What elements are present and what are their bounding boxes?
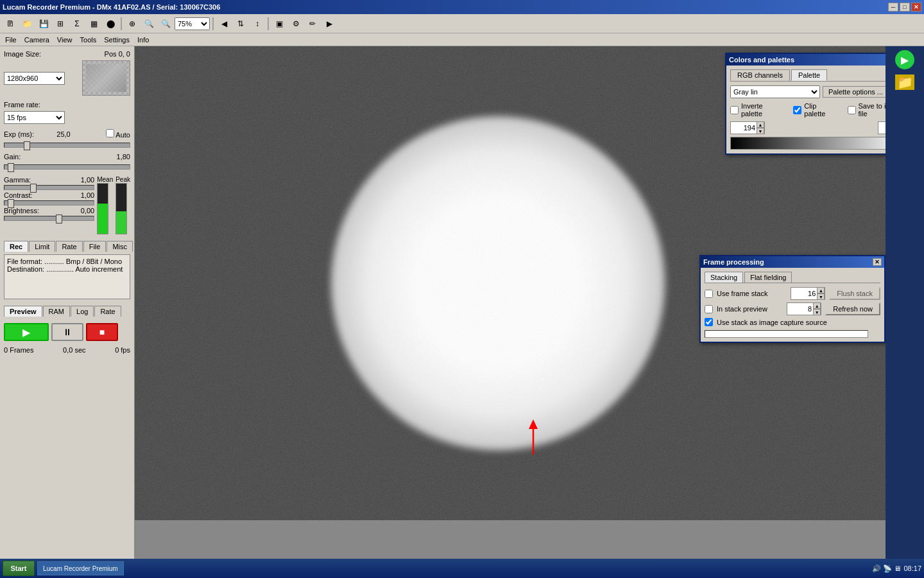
play-button[interactable]: ▶: [4, 323, 49, 341]
tab-file[interactable]: File: [83, 241, 107, 252]
tab-rate[interactable]: Rate: [94, 306, 121, 317]
stack-spin-down[interactable]: ▼: [817, 293, 825, 300]
clip-palette-checkbox[interactable]: [793, 106, 801, 114]
min-value-input[interactable]: [731, 122, 757, 134]
tab-rgb-channels[interactable]: RGB channels: [730, 69, 790, 81]
image-size-select[interactable]: 1280x960: [4, 72, 65, 85]
gamma-slider[interactable]: [4, 185, 94, 190]
mean-meter: [97, 183, 108, 234]
contrast-thumb[interactable]: [8, 199, 14, 208]
minimize-button[interactable]: ─: [888, 3, 898, 12]
min-spin-down[interactable]: ▼: [757, 128, 764, 134]
min-spinbox[interactable]: ▲ ▼: [730, 121, 765, 134]
flip-h-button[interactable]: ↕: [250, 16, 265, 31]
cross-button[interactable]: ⊕: [124, 16, 140, 31]
pause-button[interactable]: ⏸: [51, 323, 83, 341]
preview-value-input[interactable]: [787, 303, 813, 315]
zoom-out-button[interactable]: 🔍: [158, 16, 173, 31]
taskbar-app-lucam[interactable]: Lucam Recorder Premium: [37, 561, 124, 575]
preview-spin-up[interactable]: ▲: [813, 302, 821, 309]
exp-row: Exp (ms): 25,0 Auto: [4, 129, 130, 139]
frame-processing-close[interactable]: ✕: [873, 258, 882, 266]
menu-view[interactable]: View: [53, 35, 76, 45]
palette-options-button[interactable]: Palette options ...: [823, 86, 889, 98]
right-chrome-panel: ▶ 📁: [886, 46, 924, 559]
min-spin-up[interactable]: ▲: [757, 121, 764, 128]
open-button[interactable]: 📁: [19, 16, 35, 31]
in-stack-preview-checkbox[interactable]: [705, 305, 713, 313]
brightness-slider[interactable]: [4, 216, 94, 221]
expand-button[interactable]: ▶: [321, 16, 337, 31]
taskbar-right: 🔊 📡 🖥 08:17: [872, 565, 921, 573]
save-to-image-checkbox[interactable]: [848, 106, 856, 114]
gain-value: 1,80: [117, 153, 130, 161]
control-buttons-row: ▶ ⏸ ■: [4, 323, 130, 341]
auto-label: Auto: [106, 129, 130, 139]
rec-panel-content: File format: .......... Bmp / 8Bit / Mon…: [4, 254, 130, 299]
stack-value-input[interactable]: [791, 288, 817, 299]
flip-button[interactable]: ⇅: [233, 16, 248, 31]
separator-2: [212, 17, 214, 30]
grid-button[interactable]: ⊞: [53, 16, 68, 31]
tab-preview[interactable]: Preview: [4, 306, 42, 317]
tab-stacking[interactable]: Stacking: [705, 272, 743, 283]
crop-button[interactable]: ▣: [271, 16, 287, 31]
menu-file[interactable]: File: [1, 35, 21, 45]
menu-settings[interactable]: Settings: [100, 35, 133, 45]
arrow-button[interactable]: ▶: [895, 50, 914, 69]
prev-button[interactable]: ◀: [216, 16, 232, 31]
stack-spinbox[interactable]: ▲ ▼: [791, 287, 825, 300]
tab-palette[interactable]: Palette: [791, 69, 827, 81]
maximize-button[interactable]: □: [900, 3, 910, 12]
frame-rate-select[interactable]: 15 fps: [4, 111, 65, 124]
layout-button[interactable]: ▦: [86, 16, 101, 31]
gain-thumb[interactable]: [8, 163, 14, 172]
refresh-now-button[interactable]: Refresh now: [825, 302, 880, 315]
sum-button[interactable]: Σ: [69, 16, 85, 31]
record-button[interactable]: ⬤: [103, 16, 118, 31]
peak-col: Peak: [116, 176, 130, 234]
menu-info[interactable]: Info: [133, 35, 153, 45]
exp-value: 25,0: [56, 130, 70, 138]
gain-slider[interactable]: [4, 164, 130, 170]
zoom-in-button[interactable]: 🔍: [141, 16, 157, 31]
pencil-button[interactable]: ✏: [305, 16, 320, 31]
use-frame-stack-checkbox[interactable]: [705, 290, 713, 298]
exp-thumb[interactable]: [24, 141, 30, 150]
stop-button[interactable]: ■: [86, 323, 118, 341]
tab-rec[interactable]: Rec: [4, 241, 28, 252]
use-frame-stack-label: Use frame stack: [717, 290, 767, 297]
exp-slider[interactable]: [4, 143, 130, 148]
save-button[interactable]: 💾: [36, 16, 51, 31]
tab-ram[interactable]: RAM: [43, 306, 70, 317]
preview-spin-down[interactable]: ▼: [813, 309, 821, 315]
stack-spin-up[interactable]: ▲: [817, 287, 825, 293]
tab-log[interactable]: Log: [71, 306, 94, 317]
invert-palette-checkbox[interactable]: [730, 106, 739, 114]
tool-button[interactable]: ⚙: [288, 16, 304, 31]
use-stack-capture-checkbox[interactable]: [705, 318, 713, 326]
zoom-select[interactable]: 75%: [175, 17, 210, 30]
contrast-slider[interactable]: [4, 200, 94, 206]
title-bar: Lucam Recorder Premium - DMx 41AF02.AS /…: [0, 0, 924, 14]
start-button[interactable]: Start: [3, 561, 35, 576]
flush-stack-button[interactable]: Flush stack: [829, 287, 880, 300]
menu-camera[interactable]: Camera: [21, 35, 53, 45]
clock: 08:17: [903, 565, 921, 572]
preview-spinbox[interactable]: ▲ ▼: [787, 302, 821, 315]
new-button[interactable]: 🖹: [3, 16, 18, 31]
window-title: Lucam Recorder Premium - DMx 41AF02.AS /…: [3, 3, 220, 11]
tab-misc[interactable]: Misc: [107, 241, 133, 252]
gamma-thumb[interactable]: [30, 184, 37, 193]
brightness-thumb[interactable]: [56, 215, 62, 223]
folder-icon[interactable]: 📁: [895, 74, 914, 90]
close-button[interactable]: ✕: [911, 3, 921, 12]
palette-dropdown[interactable]: Gray lin: [730, 85, 820, 98]
gamma-col: Gamma: 1,00 Contrast: 1,00 Brightness: 0…: [4, 176, 94, 222]
menu-tools[interactable]: Tools: [76, 35, 101, 45]
auto-checkbox[interactable]: [106, 129, 114, 137]
tab-rate[interactable]: Rate: [56, 241, 82, 252]
tab-flat-fielding[interactable]: Flat fielding: [744, 272, 792, 283]
colors-palette-title: Colors and palettes: [729, 56, 794, 64]
tab-limit[interactable]: Limit: [29, 241, 55, 252]
